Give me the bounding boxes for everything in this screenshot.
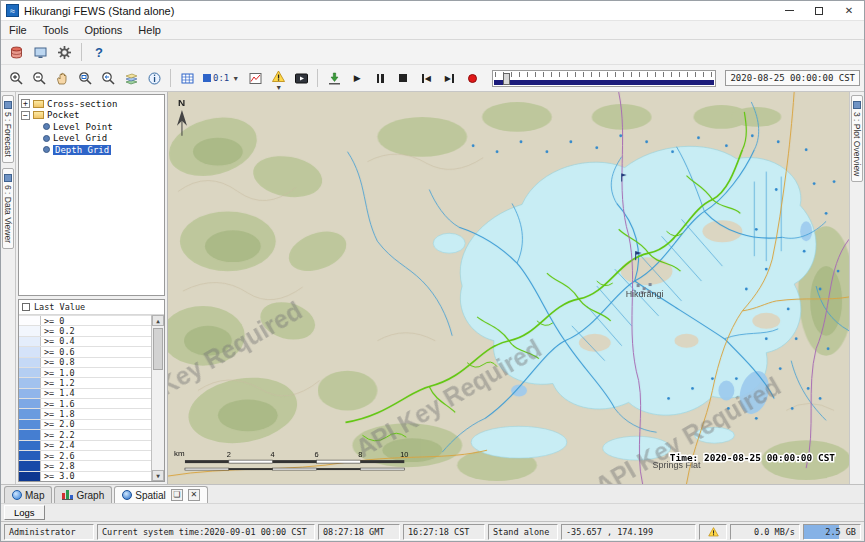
legend-rows: >= 0 >= 0.2 >= 0.4 >= 0.6 >= 0.8 >= 1.0 … <box>19 315 151 481</box>
legend-row: >= 2.0 <box>19 419 151 429</box>
menu-options[interactable]: Options <box>76 21 130 40</box>
grid-scale-dropdown[interactable]: 0:1 ▼ <box>199 71 243 85</box>
map-render: API Key Required API Key Required API Ke… <box>168 92 849 484</box>
menu-file[interactable]: File <box>1 21 35 40</box>
folder-icon <box>33 111 44 119</box>
toolbar-separator <box>170 69 171 87</box>
time-slider-handle[interactable] <box>503 73 510 85</box>
tab-graph-label: Graph <box>76 490 104 501</box>
stop-button[interactable] <box>392 68 414 89</box>
scroll-down-icon[interactable]: ▼ <box>152 470 164 481</box>
svg-text:8: 8 <box>358 450 362 459</box>
zoom-in-button[interactable] <box>5 68 27 89</box>
tree-item-level-point[interactable]: Level Point <box>21 121 162 133</box>
grid-scale-icon <box>203 74 211 82</box>
status-download-speed: 0.0 MB/s <box>730 524 800 540</box>
folder-icon <box>33 100 44 108</box>
layers-button[interactable] <box>120 68 142 89</box>
maximize-button[interactable] <box>804 1 834 20</box>
legend-row: >= 0.8 <box>19 357 151 367</box>
chevron-down-icon: ▼ <box>275 84 282 91</box>
menu-help[interactable]: Help <box>130 21 169 40</box>
map-time-label: Time: 2020-08-25 00:00:00 CST <box>670 452 836 463</box>
help-button[interactable]: ? <box>88 42 110 63</box>
step-back-button[interactable]: ◀ <box>415 68 437 89</box>
scroll-thumb[interactable] <box>153 328 163 370</box>
pause-button[interactable] <box>369 68 391 89</box>
tree-item-label: Level Grid <box>53 133 107 143</box>
tree-item-pocket[interactable]: − Pocket <box>21 110 162 122</box>
scroll-up-icon[interactable]: ▲ <box>152 315 164 326</box>
tab-data-viewer[interactable]: 6 : Data Viewer <box>2 168 14 249</box>
zoom-in-icon <box>9 71 24 86</box>
legend-header: Last Value <box>19 300 164 315</box>
gear-icon <box>57 45 72 60</box>
status-gmt-time: 08:27:18 GMT <box>318 524 400 540</box>
zoom-box-icon <box>78 71 93 86</box>
legend-row: >= 1.0 <box>19 367 151 377</box>
close-button[interactable]: ✕ <box>834 1 864 20</box>
expand-icon[interactable]: + <box>21 99 30 108</box>
minimize-button[interactable] <box>774 1 804 20</box>
tab-forecast[interactable]: 5 : Forecast <box>2 95 14 163</box>
map-canvas[interactable]: API Key Required API Key Required API Ke… <box>168 92 849 484</box>
play-icon: ▶ <box>354 73 361 83</box>
settings-button[interactable] <box>53 42 75 63</box>
grid-display-button[interactable] <box>176 68 198 89</box>
legend-row: >= 2.4 <box>19 440 151 450</box>
chevron-down-icon: ▼ <box>232 75 239 82</box>
animation-button[interactable] <box>290 68 312 89</box>
workspace: 5 : Forecast 6 : Data Viewer + Cross-sec… <box>1 92 864 484</box>
legend-swatch <box>19 472 41 481</box>
legend-scrollbar[interactable]: ▲ ▼ <box>151 315 164 481</box>
export-button[interactable] <box>323 68 345 89</box>
legend-swatch <box>19 316 41 325</box>
thresholds-button[interactable]: ▼ <box>267 68 289 89</box>
data-viewer-tab-icon <box>4 174 12 182</box>
legend-swatch <box>19 389 41 398</box>
logs-row: Logs <box>1 503 864 521</box>
zoom-box-button[interactable] <box>74 68 96 89</box>
display-button[interactable] <box>29 42 51 63</box>
zoom-out-button[interactable] <box>28 68 50 89</box>
step-forward-button[interactable]: ▶ <box>438 68 460 89</box>
tab-plot-overview[interactable]: 3 : Plot Overview <box>851 95 863 182</box>
toolbar-separator <box>81 43 82 61</box>
time-slider-ticks <box>495 72 713 77</box>
svg-text:6: 6 <box>314 450 318 459</box>
status-memory[interactable]: 2.5 GB <box>803 524 861 540</box>
collapse-icon[interactable]: − <box>21 111 30 120</box>
window-title: Hikurangi FEWS (Stand alone) <box>24 5 174 17</box>
tab-graph[interactable]: Graph <box>54 486 112 503</box>
database-button[interactable] <box>5 42 27 63</box>
legend-swatch <box>19 326 41 335</box>
profile-button[interactable] <box>244 68 266 89</box>
undock-icon[interactable]: ❏ <box>171 489 183 501</box>
warning-icon <box>707 526 720 538</box>
info-button[interactable] <box>143 68 165 89</box>
tab-spatial[interactable]: Spatial ❏ ✕ <box>114 486 208 503</box>
zoom-previous-button[interactable] <box>97 68 119 89</box>
time-slider[interactable] <box>492 70 716 87</box>
close-tab-icon[interactable]: ✕ <box>188 489 200 501</box>
record-button[interactable] <box>461 68 483 89</box>
tab-map[interactable]: Map <box>4 486 52 503</box>
play-button[interactable]: ▶ <box>346 68 368 89</box>
pan-button[interactable] <box>51 68 73 89</box>
svg-text:N: N <box>178 97 185 108</box>
tree-item-cross-section[interactable]: + Cross-section <box>21 98 162 110</box>
menu-tools[interactable]: Tools <box>35 21 77 40</box>
tree-item-label: Pocket <box>47 110 80 120</box>
legend-row: >= 1.8 <box>19 408 151 418</box>
warning-icon <box>271 69 286 84</box>
layer-node-icon <box>43 135 50 142</box>
map-toolbar: 0:1 ▼ ▼ <box>1 65 864 92</box>
legend-swatch <box>19 430 41 439</box>
tree-item-depth-grid[interactable]: Depth Grid <box>21 144 162 156</box>
tree-item-label-selected: Depth Grid <box>53 145 111 155</box>
tree-item-level-grid[interactable]: Level Grid <box>21 133 162 145</box>
last-value-checkbox[interactable] <box>22 303 30 311</box>
svg-text:km: km <box>174 449 185 458</box>
status-warning-cell[interactable] <box>699 524 727 540</box>
logs-button[interactable]: Logs <box>4 505 45 520</box>
